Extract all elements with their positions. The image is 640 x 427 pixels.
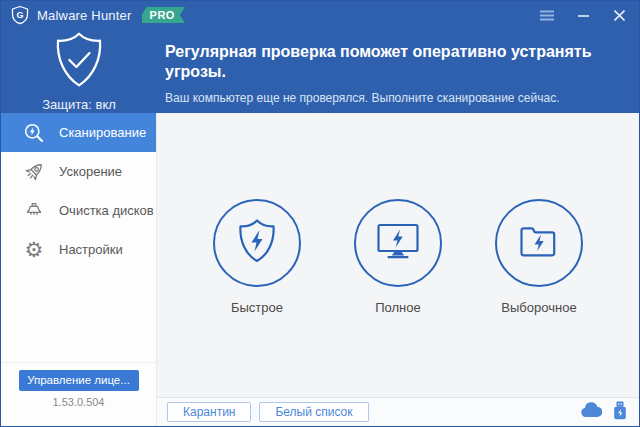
quarantine-button[interactable]: Карантин [167, 402, 251, 422]
titlebar: G Malware Hunter PRO [1, 1, 639, 29]
app-window: G Malware Hunter PRO [0, 0, 640, 427]
magnifier-bolt-icon [22, 121, 46, 145]
gear-icon: ⚙ [22, 238, 46, 262]
folder-bolt-icon [515, 220, 563, 266]
usb-drive-icon[interactable] [613, 401, 627, 424]
cloud-icon[interactable] [580, 402, 602, 422]
top-blue-panel: G Malware Hunter PRO [1, 1, 639, 113]
scan-options: Быстрое Полное [157, 113, 639, 397]
sidebar-item-scan[interactable]: Сканирование [1, 113, 156, 152]
broom-icon [22, 199, 46, 223]
logo-letter: G [16, 10, 23, 20]
sidebar-item-settings[interactable]: ⚙ Настройки [1, 230, 156, 269]
shield-check-icon [51, 31, 107, 93]
close-icon[interactable] [611, 7, 627, 23]
sidebar-item-label: Настройки [59, 242, 123, 257]
app-logo-shield-icon: G [11, 5, 29, 25]
header-title: Регулярная проверка поможет оперативно у… [165, 42, 629, 82]
full-scan-circle[interactable] [354, 199, 442, 287]
sidebar: Сканирование Ускорени [1, 113, 157, 426]
header: Защита: вкл Регулярная проверка поможет … [1, 29, 639, 113]
rocket-icon [22, 160, 46, 184]
custom-scan-circle[interactable] [495, 199, 583, 287]
header-subtitle: Ваш компьютер еще не проверялся. Выполни… [165, 91, 629, 105]
sidebar-item-disk-cleaner[interactable]: Очистка дисков [1, 191, 156, 230]
protection-status: Защита: вкл [42, 97, 116, 112]
footer-icons [580, 401, 627, 424]
whitelist-button[interactable]: Белый список [259, 402, 368, 422]
footer-bar: Карантин Белый список [157, 397, 639, 426]
minimize-icon[interactable] [575, 7, 591, 23]
sidebar-footer: Управление лице... 1.53.0.504 [1, 362, 156, 426]
pro-badge: PRO [142, 7, 185, 23]
license-management-button[interactable]: Управление лице... [19, 370, 139, 391]
main-panel: Быстрое Полное [157, 113, 639, 426]
version-label: 1.53.0.504 [1, 396, 156, 408]
scan-option-label: Выборочное [501, 300, 576, 315]
scan-option-label: Быстрое [231, 300, 283, 315]
menu-icon[interactable] [539, 7, 555, 23]
body: Сканирование Ускорени [1, 113, 639, 426]
protection-panel: Защита: вкл [1, 29, 157, 113]
shield-bolt-icon [234, 217, 280, 269]
scan-option-quick[interactable]: Быстрое [187, 199, 328, 397]
window-controls [539, 7, 627, 23]
scan-option-custom[interactable]: Выборочное [469, 199, 610, 397]
sidebar-item-boost[interactable]: Ускорение [1, 152, 156, 191]
quick-scan-circle[interactable] [213, 199, 301, 287]
monitor-bolt-icon [374, 220, 422, 266]
app-title: Malware Hunter [37, 8, 132, 23]
sidebar-item-label: Ускорение [59, 164, 122, 179]
scan-option-label: Полное [375, 300, 421, 315]
scan-option-full[interactable]: Полное [328, 199, 469, 397]
sidebar-item-label: Очистка дисков [59, 203, 154, 218]
header-text: Регулярная проверка поможет оперативно у… [157, 29, 639, 113]
sidebar-item-label: Сканирование [59, 125, 146, 140]
